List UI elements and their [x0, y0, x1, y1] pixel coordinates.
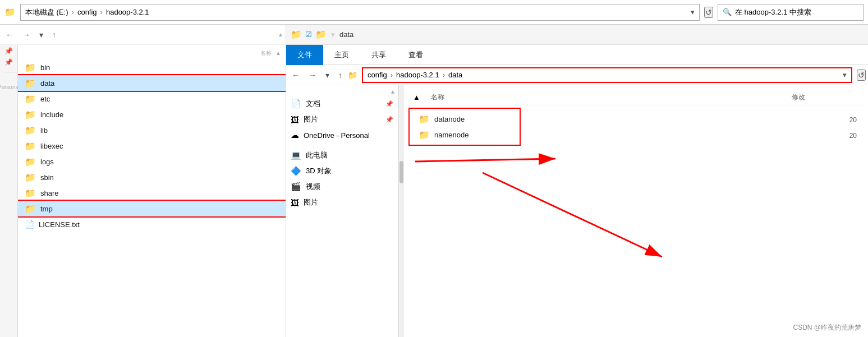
folder-item-lib[interactable]: 📁 lib	[18, 122, 286, 138]
files-red-box: 📁 datanode 📁 namenode	[408, 108, 521, 146]
back-button[interactable]: ←	[2, 28, 17, 41]
qa-3d[interactable]: 🔷 3D 对象	[286, 163, 398, 179]
tab-share[interactable]: 共享	[360, 45, 397, 65]
folder-icon-logs: 📁	[25, 156, 36, 167]
right-dropdown-button[interactable]: ▾	[322, 68, 333, 82]
folder-name-libexec: libexec	[40, 142, 63, 150]
pic-icon: 🖼	[291, 115, 299, 124]
main-layout: ← → ▾ ↑ ▲ 📌 📌 - Personal 名称 ▲	[0, 25, 868, 337]
right-addr-part-3: data	[448, 71, 462, 79]
col-header-name: 名称	[431, 93, 787, 102]
right-panel: 📁 ☑ 📁 ▾ data 文件 主页 共享 查看 ← → ▾ ↑ 📁 confi…	[286, 25, 868, 337]
folder-name-share: share	[40, 189, 59, 197]
folder-icon-lib: 📁	[25, 125, 36, 136]
pic-sys-icon: 🖼	[291, 198, 299, 207]
folder-name-license: LICENSE.txt	[39, 220, 80, 229]
qa-video[interactable]: 🎬 视频	[286, 179, 398, 195]
sort-arrow: ▲	[275, 50, 281, 56]
folder-name-include: include	[40, 110, 63, 119]
tab-home[interactable]: 主页	[323, 45, 360, 65]
file-item-datanode[interactable]: 📁 datanode	[414, 111, 515, 127]
folder-item-bin[interactable]: 📁 bin	[18, 59, 286, 75]
title-folder-icon-2: 📁	[315, 29, 327, 40]
qa-video-label: 视频	[306, 182, 320, 192]
pin-doc[interactable]: 📌	[385, 100, 393, 108]
col-header-modified: 修改	[792, 93, 859, 102]
forward-button[interactable]: →	[19, 28, 34, 41]
spacer	[286, 143, 398, 147]
left-panel: ← → ▾ ↑ ▲ 📌 📌 - Personal 名称 ▲	[0, 25, 286, 337]
folder-item-libexec[interactable]: 📁 libexec	[18, 138, 286, 154]
refresh-button[interactable]: ↺	[704, 7, 713, 18]
title-sep: ▾	[331, 30, 335, 39]
files-header: ▲ 名称 修改	[408, 90, 864, 105]
qa-pictures-sys-label: 图片	[304, 197, 318, 207]
modified-date-1: 20	[849, 112, 857, 128]
col-header-name: 名称 ▲	[18, 49, 286, 59]
right-nav: ← → ▾ ↑ 📁 config › hadoop-3.2.1 › data ▾…	[286, 65, 868, 85]
pin-icon-1[interactable]: 📌	[4, 47, 13, 55]
search-box[interactable]: 🔍 在 hadoop-3.2.1 中搜索	[718, 4, 864, 21]
right-titlebar: 📁 ☑ 📁 ▾ data	[286, 25, 868, 45]
qa-documents[interactable]: 📄 文档 📌	[286, 96, 398, 112]
qa-thispc-label: 此电脑	[306, 150, 328, 160]
folder-item-include[interactable]: 📁 include	[18, 107, 286, 122]
right-refresh-button[interactable]: ↺	[857, 70, 866, 81]
tab-file[interactable]: 文件	[286, 45, 323, 65]
folder-name-bin: bin	[40, 63, 50, 72]
pin-pic[interactable]: 📌	[385, 116, 393, 123]
quick-access-sidebar: ▲ 📄 文档 📌 🖼 图片 📌 ☁ OneDrive - Personal	[286, 85, 398, 337]
qa-pictures-sys[interactable]: 🖼 图片	[286, 195, 398, 210]
folder-item-etc[interactable]: 📁 etc	[18, 91, 286, 107]
right-addr-dropdown[interactable]: ▾	[843, 71, 847, 79]
right-addr-sep-1: ›	[391, 71, 393, 79]
address-path[interactable]: 本地磁盘 (E:) › config › hadoop-3.2.1 ▾	[20, 4, 700, 21]
qa-3d-label: 3D 对象	[306, 166, 332, 176]
data-highlight-box	[18, 74, 286, 92]
right-content: ▲ 📄 文档 📌 🖼 图片 📌 ☁ OneDrive - Personal	[286, 85, 868, 337]
right-up-button[interactable]: ↑	[335, 68, 346, 82]
dropdown-arrow[interactable]: ▾	[691, 8, 695, 16]
file-item-namenode[interactable]: 📁 namenode	[414, 127, 515, 142]
search-icon: 🔍	[723, 8, 732, 16]
modified-date-2: 20	[849, 128, 857, 144]
folder-item-logs[interactable]: 📁 logs	[18, 154, 286, 169]
modified-dates: 20 20	[849, 112, 857, 144]
file-name-namenode: namenode	[434, 131, 469, 139]
addr-part-1: 本地磁盘 (E:)	[25, 7, 68, 17]
left-col-header: 名称	[260, 50, 272, 56]
folder-name-data: data	[40, 79, 54, 87]
qa-onedrive[interactable]: ☁ OneDrive - Personal	[286, 127, 398, 143]
ribbon-tabs: 文件 主页 共享 查看	[286, 45, 868, 65]
dropdown-nav-button[interactable]: ▾	[36, 28, 47, 41]
folder-item-data[interactable]: 📁 data	[18, 75, 286, 91]
left-nav: ← → ▾ ↑ ▲	[0, 25, 286, 45]
folder-item-tmp[interactable]: 📁 tmp	[18, 201, 286, 216]
qa-thispc[interactable]: 💻 此电脑	[286, 147, 398, 163]
folder-name-etc: etc	[40, 95, 50, 103]
folder-icon-namenode: 📁	[419, 130, 430, 140]
right-addr-part-2: hadoop-3.2.1	[396, 71, 439, 79]
tmp-highlight-box	[18, 200, 286, 218]
folder-item-license[interactable]: 📄 LICENSE.txt	[18, 216, 286, 232]
up-button[interactable]: ↑	[49, 28, 59, 41]
tab-view[interactable]: 查看	[397, 45, 434, 65]
right-forward-button[interactable]: →	[305, 68, 320, 82]
folder-icon: 📁	[4, 7, 16, 17]
folder-icon-sbin: 📁	[25, 172, 36, 183]
right-back-button[interactable]: ←	[288, 68, 303, 82]
pin-icon-2[interactable]: 📌	[4, 58, 13, 66]
addr-part-3: hadoop-3.2.1	[106, 8, 149, 16]
address-bar: 📁 本地磁盘 (E:) › config › hadoop-3.2.1 ▾ ↺ …	[0, 0, 868, 25]
quick-access-scrollbar[interactable]	[398, 85, 404, 337]
watermark: CSDN @昨夜的荒唐梦	[793, 323, 861, 333]
folder-item-share[interactable]: 📁 share	[18, 185, 286, 201]
title-check-icon: ☑	[305, 30, 312, 39]
folder-name-logs: logs	[40, 158, 54, 166]
right-address-path[interactable]: config › hadoop-3.2.1 › data ▾	[362, 67, 852, 83]
qa-pictures[interactable]: 🖼 图片 📌	[286, 112, 398, 127]
folder-list: 名称 ▲ 📁 bin 📁 data 📁 etc	[18, 45, 286, 337]
scroll-up-qa: ▲	[390, 89, 396, 95]
scrollbar-thumb[interactable]	[399, 161, 403, 183]
folder-item-sbin[interactable]: 📁 sbin	[18, 169, 286, 185]
